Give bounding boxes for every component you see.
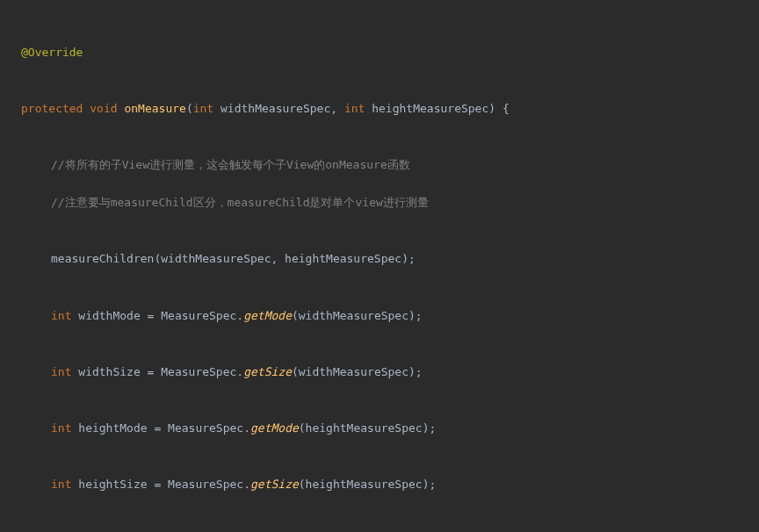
code-line: @Override bbox=[0, 43, 759, 61]
code-line: //注意要与measureChild区分，measureChild是对单个vie… bbox=[0, 193, 759, 212]
code-line: measureChildren(widthMeasureSpec, height… bbox=[0, 249, 759, 268]
code-editor[interactable]: @Override protected void onMeasure(int w… bbox=[0, 0, 759, 532]
code-line: int widthSize = MeasureSpec.getSize(widt… bbox=[0, 363, 759, 381]
code-line: int heightSize = MeasureSpec.getSize(hei… bbox=[0, 475, 759, 493]
code-line: //将所有的子View进行测量，这会触发每个子View的onMeasure函数 bbox=[0, 155, 759, 174]
annotation: @Override bbox=[21, 46, 83, 59]
method-name: onMeasure bbox=[124, 102, 185, 115]
code-line: int heightMode = MeasureSpec.getMode(hei… bbox=[0, 419, 759, 437]
code-line: protected void onMeasure(int widthMeasur… bbox=[0, 99, 759, 118]
code-line: int widthMode = MeasureSpec.getMode(widt… bbox=[0, 306, 759, 325]
